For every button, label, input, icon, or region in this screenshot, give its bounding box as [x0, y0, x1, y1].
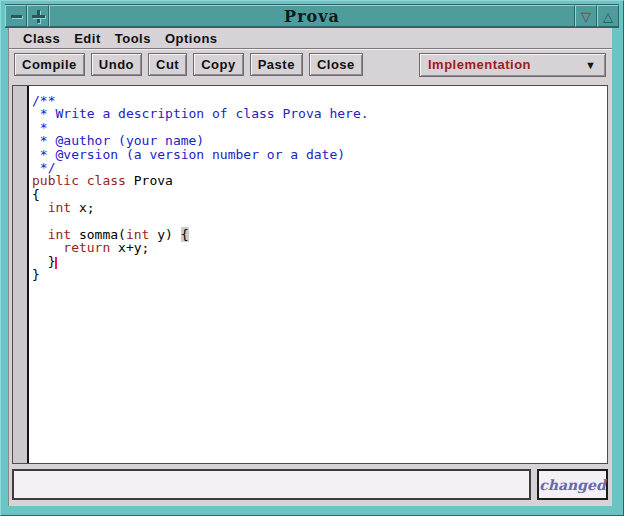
menu-class[interactable]: Class: [16, 31, 67, 46]
cut-button[interactable]: Cut: [148, 53, 187, 76]
menu-edit[interactable]: Edit: [67, 31, 108, 46]
status-bar: changed: [12, 469, 608, 500]
title-bar[interactable]: Prova ▽ △: [5, 4, 619, 28]
code-content[interactable]: /** * Write a description of class Prova…: [29, 86, 607, 463]
minimize-button[interactable]: [5, 5, 27, 27]
view-selector-value: Implementation: [428, 57, 531, 72]
unshade-button[interactable]: △: [597, 5, 619, 27]
menu-bar: Class Edit Tools Options: [9, 28, 612, 49]
window-title: Prova: [49, 5, 575, 27]
menu-tools[interactable]: Tools: [108, 31, 158, 46]
paste-button[interactable]: Paste: [250, 53, 303, 76]
triangle-up-icon: △: [603, 10, 613, 23]
maximize-icon: [32, 10, 45, 23]
copy-button[interactable]: Copy: [193, 53, 244, 76]
view-selector-dropdown[interactable]: Implementation ▼: [419, 53, 606, 77]
toolbar: Compile Undo Cut Copy Paste Close Implem…: [9, 49, 612, 80]
editor-window: Prova ▽ △ Class Edit Tools Options Compi…: [0, 0, 624, 516]
triangle-down-icon: ▽: [581, 10, 591, 23]
undo-button[interactable]: Undo: [91, 53, 142, 76]
status-message-field[interactable]: [12, 469, 531, 500]
window-content: Class Edit Tools Options Compile Undo Cu…: [8, 28, 612, 506]
shade-button[interactable]: ▽: [575, 5, 597, 27]
modified-status-badge: changed: [537, 469, 608, 500]
source-editor: /** * Write a description of class Prova…: [12, 85, 608, 464]
breakpoint-gutter[interactable]: [13, 86, 29, 463]
maximize-button[interactable]: [27, 5, 49, 27]
compile-button[interactable]: Compile: [14, 53, 85, 76]
menu-options[interactable]: Options: [158, 31, 225, 46]
dropdown-arrow-icon: ▼: [585, 59, 596, 71]
minimize-icon: [11, 15, 22, 18]
close-button[interactable]: Close: [309, 53, 363, 76]
